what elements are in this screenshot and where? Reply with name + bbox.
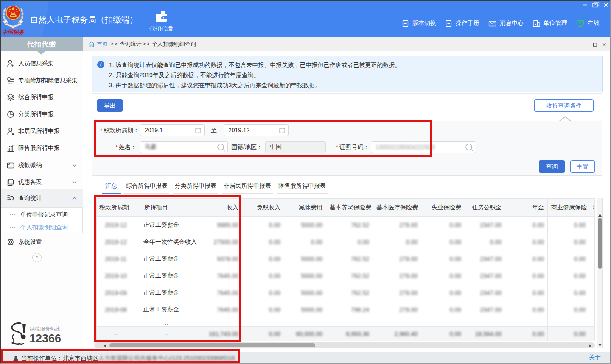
svg-text:中国税务: 中国税务 <box>2 29 25 35</box>
